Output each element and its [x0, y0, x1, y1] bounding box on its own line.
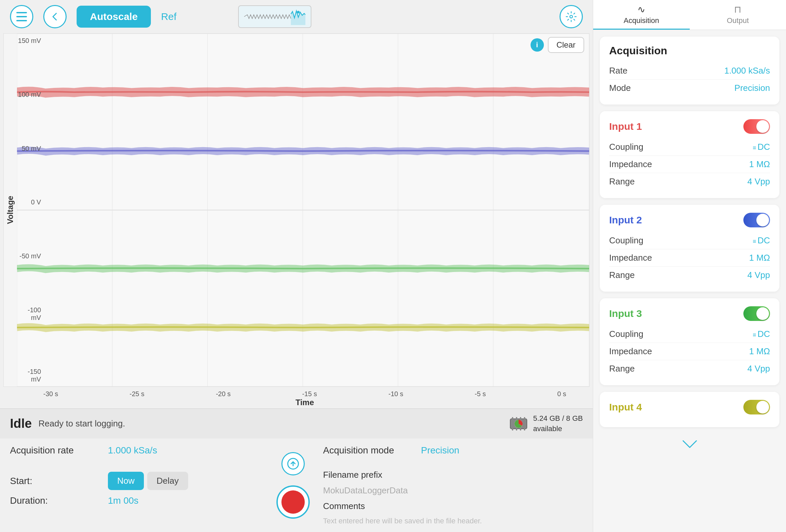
delay-button[interactable]: Delay	[147, 472, 188, 490]
input1-title-row: Input 1	[609, 119, 770, 134]
x-axis-ticks: -30 s -25 s -20 s -15 s -10 s -5 s 0 s	[17, 389, 593, 398]
svg-rect-22	[512, 417, 513, 420]
now-button[interactable]: Now	[108, 472, 144, 490]
input1-coupling-value[interactable]: ≡DC	[753, 142, 770, 152]
autoscale-button[interactable]: Autoscale	[76, 6, 151, 28]
input3-impedance-value[interactable]: 1 MΩ	[749, 346, 770, 357]
chart-overlay: i Clear	[531, 37, 584, 53]
chart-container: Voltage	[3, 33, 590, 387]
svg-rect-26	[512, 428, 513, 431]
acquisition-tab-label: Acquisition	[624, 16, 659, 25]
mode-value[interactable]: Precision	[734, 83, 770, 93]
input2-impedance-row: Impedance 1 MΩ	[609, 249, 770, 267]
record-button[interactable]	[276, 485, 310, 519]
acquisition-card: Acquisition Rate 1.000 kSa/s Mode Precis…	[600, 37, 779, 104]
rate-label: Rate	[609, 66, 627, 76]
svg-rect-23	[516, 417, 517, 420]
input1-impedance-label: Impedance	[609, 159, 652, 169]
right-tabs: ∿ Acquisition ⊓ Output	[593, 0, 786, 30]
top-bar: Autoscale Ref	[0, 0, 593, 33]
input2-toggle[interactable]	[743, 213, 770, 227]
input2-title-row: Input 2	[609, 213, 770, 227]
svg-point-3	[297, 11, 300, 14]
input3-card: Input 3 Coupling ≡DC Impedance 1 MΩ Rang…	[600, 298, 779, 385]
input1-impedance-value[interactable]: 1 MΩ	[749, 159, 770, 169]
acquisition-card-title: Acquisition	[609, 45, 770, 57]
input4-title-row: Input 4	[609, 400, 770, 414]
chart-svg	[17, 33, 589, 387]
x-axis-container: -30 s -25 s -20 s -15 s -10 s -5 s 0 s T…	[0, 387, 593, 409]
input1-toggle-knob	[756, 120, 769, 133]
input1-coupling-label: Coupling	[609, 142, 644, 152]
x-tick-minus10: -10 s	[388, 390, 403, 398]
acq-rate-label: Acquisition rate	[10, 445, 103, 456]
left-panel: Autoscale Ref	[0, 0, 593, 532]
info-button[interactable]: i	[531, 38, 544, 52]
y-tick-minus150: -150 mV	[17, 368, 44, 383]
input1-impedance-row: Impedance 1 MΩ	[609, 156, 770, 173]
storage-info: 5.24 GB / 8 GB available	[509, 413, 583, 434]
chevron-down-icon[interactable]	[600, 434, 779, 455]
input3-title: Input 3	[609, 308, 642, 319]
input2-impedance-value[interactable]: 1 MΩ	[749, 253, 770, 263]
input2-impedance-label: Impedance	[609, 253, 652, 263]
tab-output[interactable]: ⊓ Output	[690, 0, 786, 30]
rate-row: Rate 1.000 kSa/s	[609, 62, 770, 79]
acquisition-tab-icon: ∿	[638, 4, 645, 15]
input3-toggle[interactable]	[743, 306, 770, 321]
y-tick-100: 100 mV	[17, 91, 44, 99]
back-button[interactable]	[43, 5, 67, 28]
input3-range-label: Range	[609, 364, 635, 374]
output-tab-label: Output	[727, 16, 749, 25]
menu-button[interactable]	[10, 5, 33, 28]
settings-button[interactable]	[559, 5, 583, 28]
input2-coupling-value[interactable]: ≡DC	[753, 235, 770, 246]
clear-button[interactable]: Clear	[548, 37, 584, 53]
storage-available: available	[533, 424, 583, 434]
input1-range-row: Range 4 Vpp	[609, 173, 770, 190]
bottom-controls: Acquisition rate 1.000 kSa/s Start: Now …	[0, 438, 593, 532]
y-tick-50: 50 mV	[17, 145, 44, 152]
x-tick-minus5: -5 s	[475, 390, 486, 398]
input3-toggle-knob	[756, 307, 769, 320]
input2-range-value[interactable]: 4 Vpp	[747, 270, 770, 280]
input3-coupling-value[interactable]: ≡DC	[753, 329, 770, 339]
duration-value[interactable]: 1m 00s	[108, 495, 139, 506]
input1-coupling-row: Coupling ≡DC	[609, 139, 770, 156]
svg-rect-0	[16, 12, 27, 13]
y-tick-minus50: -50 mV	[17, 252, 44, 260]
comments-placeholder: Text entered here will be saved in the f…	[323, 517, 583, 525]
tab-acquisition[interactable]: ∿ Acquisition	[593, 0, 690, 30]
svg-rect-27	[516, 428, 517, 431]
svg-rect-29	[524, 428, 525, 431]
storage-amount: 5.24 GB / 8 GB	[533, 413, 583, 424]
waveform-preview	[238, 5, 311, 28]
input2-title: Input 2	[609, 214, 642, 226]
input4-toggle[interactable]	[743, 400, 770, 414]
input4-card: Input 4	[600, 392, 779, 427]
right-content: Acquisition Rate 1.000 kSa/s Mode Precis…	[593, 30, 786, 532]
svg-rect-28	[520, 428, 521, 431]
input2-range-label: Range	[609, 270, 635, 280]
input1-card: Input 1 Coupling ≡DC Impedance 1 MΩ Rang…	[600, 111, 779, 198]
y-tick-labels: 150 mV 100 mV 50 mV 0 V -50 mV -100 mV -…	[17, 33, 44, 387]
input3-title-row: Input 3	[609, 306, 770, 321]
input3-range-row: Range 4 Vpp	[609, 360, 770, 377]
comments-row: Comments	[323, 501, 583, 511]
y-tick-0: 0 V	[17, 198, 44, 206]
input1-range-value[interactable]: 4 Vpp	[747, 176, 770, 187]
upload-button[interactable]	[281, 452, 305, 476]
storage-text: 5.24 GB / 8 GB available	[533, 413, 583, 434]
storage-icon	[509, 414, 529, 434]
svg-rect-1	[16, 16, 27, 17]
acq-rate-row: Acquisition rate 1.000 kSa/s	[10, 445, 270, 456]
x-tick-minus25: -25 s	[130, 390, 144, 398]
bottom-left: Acquisition rate 1.000 kSa/s Start: Now …	[10, 445, 270, 525]
input3-range-value[interactable]: 4 Vpp	[747, 364, 770, 374]
input1-toggle[interactable]	[743, 119, 770, 134]
y-tick-150: 150 mV	[17, 37, 44, 45]
ref-button[interactable]: Ref	[161, 11, 177, 22]
record-inner	[281, 490, 305, 514]
x-tick-minus20: -20 s	[216, 390, 230, 398]
filename-value[interactable]: MokuDataLoggerData	[323, 485, 408, 496]
